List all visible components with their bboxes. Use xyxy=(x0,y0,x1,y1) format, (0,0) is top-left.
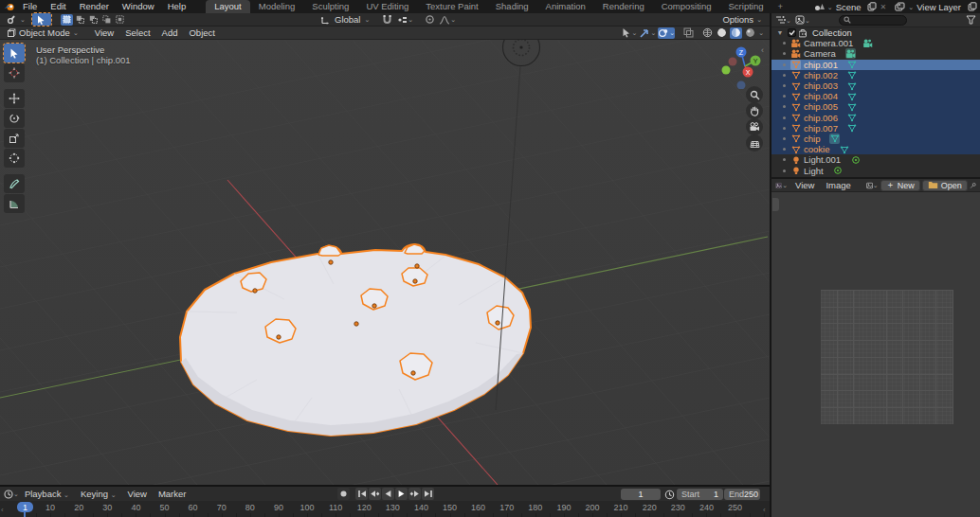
tool-scale[interactable] xyxy=(4,129,25,148)
jump-to-end-button[interactable] xyxy=(422,488,434,500)
view-layer-selector[interactable]: ⌄ View Layer xyxy=(892,1,964,12)
tool-transform[interactable] xyxy=(4,149,25,168)
tool-rotate[interactable] xyxy=(4,109,25,128)
overlays-toggle[interactable]: ⌄ xyxy=(658,27,675,39)
frame-start-field[interactable]: Start1 xyxy=(677,489,723,500)
tab-texture-paint[interactable]: Texture Paint xyxy=(417,0,486,13)
select-mode-subtract[interactable] xyxy=(87,14,100,26)
tool-select-box[interactable] xyxy=(4,44,25,62)
tab-uv-editing[interactable]: UV Editing xyxy=(357,0,417,13)
shading-dropdown[interactable]: ⌄ xyxy=(758,29,764,36)
xray-toggle[interactable] xyxy=(682,27,695,39)
unlink-scene-button[interactable]: ✕ xyxy=(880,3,887,11)
viewport-3d[interactable]: User Perspective (1) Collection | chip.0… xyxy=(0,40,770,485)
filter-icon[interactable] xyxy=(966,15,976,25)
outliner-row[interactable]: chip.007 xyxy=(771,123,980,134)
snap-magnet-icon[interactable] xyxy=(382,14,392,25)
play-reverse-button[interactable] xyxy=(382,488,394,500)
shading-material-preview[interactable] xyxy=(730,27,742,39)
topbar-menu-edit[interactable]: Edit xyxy=(44,0,72,13)
editor-type-tool-icon[interactable]: ⌄ xyxy=(4,14,28,26)
tool-move[interactable] xyxy=(4,89,25,108)
outliner-row[interactable]: Light.001 xyxy=(771,154,980,165)
options-dropdown[interactable]: Options⌄ xyxy=(722,14,762,25)
image-editor-toolbar-nub[interactable] xyxy=(772,198,779,211)
shading-wireframe[interactable] xyxy=(701,27,714,39)
viewport-menu-select[interactable]: Select xyxy=(119,27,155,38)
select-mode-intersect[interactable] xyxy=(114,14,126,26)
outliner-row[interactable]: chip.006 xyxy=(771,113,980,123)
proportional-falloff-dropdown[interactable]: ⌄ xyxy=(439,15,456,25)
perspective-toggle-button[interactable] xyxy=(746,134,763,152)
outliner-row[interactable]: Light xyxy=(771,165,980,175)
outliner-row[interactable]: Camera xyxy=(771,48,980,59)
tool-measure[interactable] xyxy=(4,194,25,213)
blender-logo-icon[interactable] xyxy=(3,1,16,12)
tab-animation[interactable]: Animation xyxy=(537,0,594,13)
outliner-search-input[interactable] xyxy=(839,15,907,26)
topbar-menu-render[interactable]: Render xyxy=(73,0,116,13)
tab-layout[interactable]: Layout xyxy=(206,0,250,13)
gizmo-neg-z-axis[interactable] xyxy=(737,81,746,90)
viewport-menu-view[interactable]: View xyxy=(89,27,119,38)
scene-selector[interactable]: ⌄ Scene xyxy=(811,1,864,12)
jump-to-start-button[interactable] xyxy=(355,488,368,500)
outliner-row[interactable]: chip.002 xyxy=(771,70,980,80)
select-mode-extend[interactable] xyxy=(74,14,86,26)
record-button[interactable] xyxy=(337,488,350,500)
outliner-row[interactable]: chip.005 xyxy=(771,101,980,112)
timeline-ruler[interactable]: ‹ ‹ 1 1020304050607080901001101201301401… xyxy=(0,501,770,517)
mode-selector[interactable]: Object Mode ⌄ xyxy=(4,27,82,39)
orientation-value[interactable]: Global xyxy=(335,14,360,25)
editor-type-timeline-icon[interactable]: ⌄ xyxy=(4,489,19,500)
outliner-row[interactable]: chip xyxy=(771,134,980,144)
pan-hand-button[interactable] xyxy=(746,102,763,119)
image-menu-image[interactable]: Image xyxy=(820,180,856,190)
new-image-button[interactable]: ＋New xyxy=(880,180,920,191)
outliner-row[interactable]: chip.004 xyxy=(771,91,980,101)
snap-with-dropdown[interactable]: ⌄ xyxy=(396,15,413,25)
object-type-visibility-dropdown[interactable]: ⌄ xyxy=(622,27,638,39)
viewport-menu-object[interactable]: Object xyxy=(183,27,220,38)
gizmo-neg-y-axis[interactable] xyxy=(722,66,731,75)
viewport-menu-add[interactable]: Add xyxy=(156,27,184,38)
timeline-menu-view[interactable]: View xyxy=(122,489,153,499)
disclosure-triangle-icon[interactable]: ▼ xyxy=(775,29,785,36)
new-scene-button[interactable] xyxy=(866,1,879,12)
timeline-menu-playback[interactable]: Playback ⌄ xyxy=(19,489,75,499)
prev-keyframe-button[interactable] xyxy=(369,488,381,500)
active-tool-select-box[interactable] xyxy=(32,13,51,26)
outliner-row[interactable]: cookie xyxy=(771,144,980,154)
tab-rendering[interactable]: Rendering xyxy=(594,0,653,13)
tool-annotate[interactable] xyxy=(4,174,25,193)
play-button[interactable] xyxy=(395,488,408,500)
tool-cursor[interactable] xyxy=(4,63,25,82)
outliner-row[interactable]: ▼Collection xyxy=(771,27,980,38)
tab-compositing[interactable]: Compositing xyxy=(653,0,720,13)
zoom-button[interactable] xyxy=(746,86,763,103)
select-mode-invert[interactable] xyxy=(100,14,113,26)
timeline-menu-marker[interactable]: Marker xyxy=(153,489,192,499)
outliner-row[interactable]: chip.001 xyxy=(771,60,980,70)
tab-modeling[interactable]: Modeling xyxy=(250,0,304,13)
shading-solid[interactable] xyxy=(716,27,728,39)
chip-object[interactable] xyxy=(318,245,341,256)
frame-end-field[interactable]: End250 xyxy=(724,489,760,500)
topbar-menu-window[interactable]: Window xyxy=(116,0,161,13)
collection-checkbox[interactable] xyxy=(788,28,796,37)
tab-scripting[interactable]: Scripting xyxy=(720,0,772,13)
outliner-display-mode-dropdown[interactable]: ⌄ xyxy=(775,14,791,26)
select-mode-set[interactable] xyxy=(61,14,73,26)
playhead[interactable]: 1 xyxy=(17,502,33,512)
outliner-row[interactable]: Camera.001 xyxy=(771,38,980,48)
open-image-button[interactable]: Open xyxy=(922,180,968,191)
timeline-menu-keying[interactable]: Keying ⌄ xyxy=(75,489,122,499)
proportional-edit-icon[interactable] xyxy=(425,14,435,25)
camera-view-button[interactable] xyxy=(746,118,763,135)
editor-type-image-icon[interactable]: ⌄ xyxy=(775,180,788,191)
gizmos-toggle[interactable]: ⌄ xyxy=(639,27,656,39)
pin-icon[interactable] xyxy=(970,181,976,190)
current-frame-field[interactable]: 1 xyxy=(621,489,661,500)
navigation-gizmo[interactable]: Z Y X xyxy=(718,42,768,89)
gizmo-neg-x-axis[interactable] xyxy=(729,58,737,66)
